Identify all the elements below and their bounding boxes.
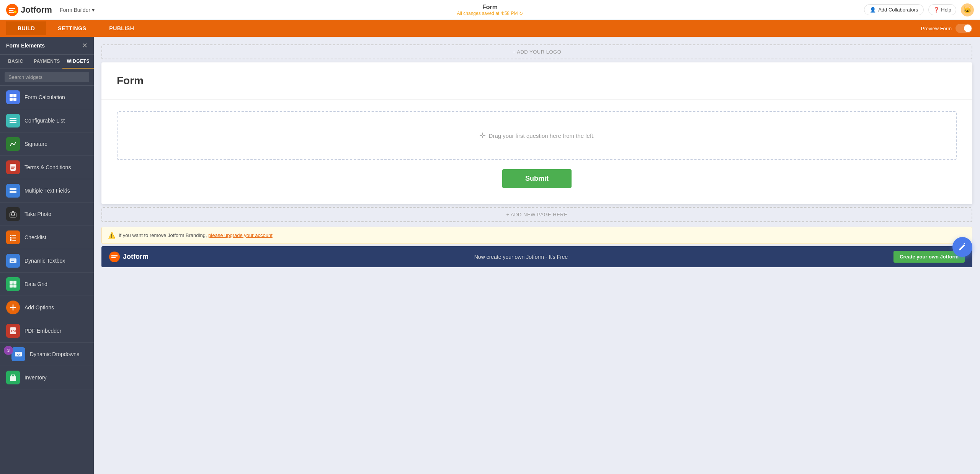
move-icon: ✛ <box>479 131 486 140</box>
top-bar-left: Jotform Form Builder ▾ <box>6 4 98 16</box>
sidebar-title: Form Elements <box>6 42 45 49</box>
terms-conditions-icon <box>6 160 20 174</box>
data-grid-label: Data Grid <box>24 281 47 287</box>
jf-brand-text: Now create your own Jotform - It's Free <box>474 254 568 260</box>
sidebar-item-checklist[interactable]: Checklist <box>0 226 94 249</box>
svg-rect-2 <box>10 94 13 97</box>
checklist-label: Checklist <box>24 234 46 240</box>
sidebar-item-form-calculation[interactable]: Form Calculation <box>0 86 94 109</box>
form-card: Form ✛ Drag your first question here fro… <box>101 62 972 204</box>
form-builder-button[interactable]: Form Builder ▾ <box>57 5 98 15</box>
upgrade-link[interactable]: please upgrade your account <box>208 232 273 238</box>
tab-payments[interactable]: PAYMENTS <box>31 55 63 69</box>
dynamic-textbox-label: Dynamic Textbox <box>24 258 65 264</box>
saved-status: All changes saved at 4:58 PM ↻ <box>457 11 523 16</box>
svg-rect-6 <box>10 118 16 119</box>
sidebar-item-inventory[interactable]: Inventory <box>0 366 94 389</box>
svg-rect-22 <box>12 240 16 241</box>
tab-settings[interactable]: SETTINGS <box>46 21 98 35</box>
avatar[interactable]: 🐱 <box>961 3 974 16</box>
sidebar-item-dynamic-dropdowns[interactable]: 3 Dynamic Dropdowns <box>0 343 94 366</box>
preview-form-section: Preview Form <box>921 24 972 33</box>
add-logo-bar[interactable]: + ADD YOUR LOGO <box>101 44 972 59</box>
tab-widgets[interactable]: WIDGETS <box>62 55 94 69</box>
inventory-label: Inventory <box>24 374 47 381</box>
question-icon: ❓ <box>933 7 939 13</box>
tab-publish[interactable]: PUBLISH <box>98 21 145 35</box>
drop-zone[interactable]: ✛ Drag your first question here from the… <box>117 111 957 160</box>
saved-status-text: All changes saved at 4:58 PM <box>457 11 518 16</box>
signature-label: Signature <box>24 141 47 147</box>
jf-logo-area: Jotform <box>109 252 149 262</box>
form-name: Form <box>117 75 957 87</box>
toggle-knob <box>964 25 972 32</box>
multiple-text-label: Multiple Text Fields <box>24 188 70 194</box>
svg-rect-14 <box>10 191 16 193</box>
jf-brand-logo-text: Jotform <box>123 253 149 261</box>
configurable-list-icon <box>6 114 20 127</box>
refresh-icon: ↻ <box>519 11 523 16</box>
chevron-down-icon: ▾ <box>92 7 95 13</box>
canvas: + ADD YOUR LOGO Form ✛ Drag your first q… <box>94 37 980 474</box>
sidebar-item-terms-conditions[interactable]: Terms & Conditions <box>0 156 94 179</box>
close-sidebar-button[interactable]: ✕ <box>82 41 88 50</box>
search-input[interactable] <box>5 72 89 82</box>
sidebar-item-pdf-embedder[interactable]: PDF PDF Embedder <box>0 319 94 343</box>
tab-basic[interactable]: BASIC <box>0 55 31 69</box>
svg-rect-11 <box>11 167 15 168</box>
svg-rect-28 <box>10 284 13 288</box>
jf-brand-icon <box>109 252 120 262</box>
svg-rect-29 <box>13 284 16 288</box>
pdf-embedder-icon: PDF <box>6 324 20 338</box>
nav-bar: BUILD SETTINGS PUBLISH Preview Form <box>0 20 980 37</box>
search-box <box>0 69 94 86</box>
drop-zone-text: Drag your first question here from the l… <box>489 132 595 139</box>
svg-point-15 <box>11 213 15 216</box>
preview-label: Preview Form <box>921 26 952 31</box>
sidebar-item-multiple-text[interactable]: Multiple Text Fields <box>0 179 94 203</box>
sidebar-item-data-grid[interactable]: Data Grid <box>0 273 94 296</box>
inventory-icon <box>6 371 20 384</box>
add-page-label: + ADD NEW PAGE HERE <box>506 212 568 217</box>
svg-rect-17 <box>10 235 11 236</box>
form-builder-label: Form Builder <box>60 7 90 13</box>
branding-warning: ⚠️ If you want to remove Jotform Brandin… <box>101 227 972 244</box>
form-header-section: Form <box>101 62 972 100</box>
svg-rect-8 <box>10 122 16 123</box>
svg-rect-3 <box>13 94 16 97</box>
add-options-icon <box>6 301 20 314</box>
svg-rect-7 <box>10 120 16 121</box>
svg-rect-10 <box>11 166 15 167</box>
tab-build[interactable]: BUILD <box>6 21 46 35</box>
terms-conditions-label: Terms & Conditions <box>24 164 71 170</box>
sidebar-item-dynamic-textbox[interactable]: Dynamic Textbox <box>0 249 94 273</box>
svg-rect-4 <box>10 98 13 101</box>
sidebar-item-signature[interactable]: Signature <box>0 132 94 156</box>
help-button[interactable]: ❓ Help <box>928 4 956 15</box>
signature-icon <box>6 137 20 151</box>
fab-button[interactable] <box>952 237 972 257</box>
logo[interactable]: Jotform <box>6 4 52 16</box>
dynamic-textbox-icon <box>6 254 20 268</box>
sidebar-item-configurable-list[interactable]: Configurable List <box>0 109 94 132</box>
submit-button[interactable]: Submit <box>502 169 572 188</box>
jotform-branding: Jotform Now create your own Jotform - It… <box>101 246 972 267</box>
branding-warning-text: If you want to remove Jotform Branding, … <box>119 232 273 238</box>
dynamic-dropdowns-icon <box>11 347 25 361</box>
svg-text:PDF: PDF <box>11 330 16 333</box>
preview-toggle[interactable] <box>956 24 972 33</box>
data-grid-icon <box>6 277 20 291</box>
add-logo-label: + ADD YOUR LOGO <box>513 49 562 55</box>
svg-rect-19 <box>10 239 11 241</box>
sidebar-item-add-options[interactable]: Add Options <box>0 296 94 319</box>
form-calculation-label: Form Calculation <box>24 94 65 100</box>
add-page-bar[interactable]: + ADD NEW PAGE HERE <box>101 207 972 222</box>
svg-point-36 <box>109 252 120 262</box>
form-title-header: Form <box>457 4 523 11</box>
add-collaborators-button[interactable]: 👤 Add Collaborators <box>864 4 924 15</box>
sidebar-items: Form Calculation Configurable List Signa… <box>0 86 94 474</box>
help-label: Help <box>941 7 951 13</box>
sidebar-item-take-photo[interactable]: Take Photo <box>0 203 94 226</box>
svg-rect-20 <box>12 235 16 236</box>
users-icon: 👤 <box>870 7 876 13</box>
